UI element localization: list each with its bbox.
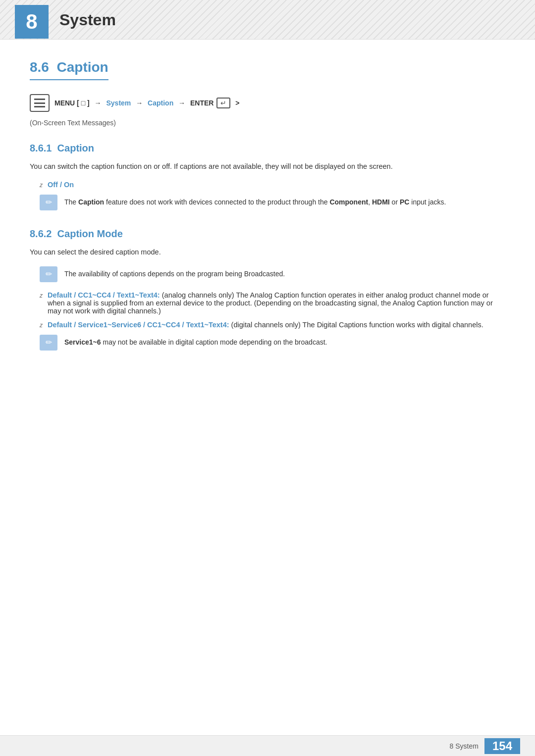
nav-arrow1: → [93, 99, 104, 107]
nav-arrow4: > [233, 99, 239, 107]
chapter-title: System [59, 10, 116, 29]
chapter-badge: 8 [15, 5, 49, 39]
note-box-2: The availability of captions depends on … [40, 266, 505, 282]
page-footer: 8 System 154 [0, 735, 535, 756]
bullet-analog: z Default / CC1~CC4 / Text1~Text4: (anal… [30, 291, 505, 315]
subsection1-title: 8.6.1 Caption [30, 143, 505, 154]
nav-arrow3: → [176, 99, 187, 107]
nav-system: System [107, 99, 131, 107]
subsection1-body: You can switch the caption function on o… [30, 161, 505, 173]
note-text-3: Service1~6 may not be available in digit… [64, 335, 327, 348]
note-caption-bold: Caption [78, 198, 104, 206]
main-content: 8.6 Caption MENU [ □ ] → System → Captio… [0, 40, 535, 408]
bullet-z-3: z [40, 322, 43, 329]
nav-bracket-close: ] [85, 99, 90, 107]
section-title: 8.6 Caption [30, 59, 108, 80]
page-header: 8 System [0, 0, 535, 40]
note-pc-bold: PC [400, 198, 409, 206]
note-icon-3 [40, 335, 57, 351]
nav-enter-label: ENTER [190, 99, 214, 107]
note-component-bold: Component [329, 198, 368, 206]
nav-menu-label: MENU [54, 99, 75, 107]
note-hdmi-bold: HDMI [372, 198, 390, 206]
nav-arrow2: → [134, 99, 145, 107]
enter-icon: ↵ [216, 98, 230, 108]
note-icon-1 [40, 195, 57, 210]
nav-bracket-placeholder: □ [81, 99, 85, 107]
note-text-2: The availability of captions depends on … [64, 266, 285, 279]
analog-label: Default / CC1~CC4 / Text1~Text4: [48, 291, 160, 299]
digital-text: (digital channels only) The Digital Capt… [231, 321, 483, 329]
nav-path: MENU [ □ ] → System → Caption → ENTER ↵ … [30, 94, 505, 112]
nav-bracket-open: [ [75, 99, 81, 107]
on-screen-label: (On-Screen Text Messages) [30, 119, 505, 127]
note-box-1: The Caption feature does not work with d… [40, 195, 505, 210]
subsection2-body: You can select the desired caption mode. [30, 247, 505, 258]
menu-icon-inner [34, 99, 45, 107]
bullet-off-on: z Off / On [30, 181, 505, 189]
nav-caption: Caption [148, 99, 173, 107]
digital-label: Default / Service1~Service6 / CC1~CC4 / … [48, 321, 229, 329]
bullet-digital: z Default / Service1~Service6 / CC1~CC4 … [30, 321, 505, 329]
subsection-8-6-1: 8.6.1 Caption You can switch the caption… [30, 143, 505, 210]
page-number: 154 [484, 738, 520, 754]
service-bold: Service1~6 [64, 338, 101, 346]
note-text-1: The Caption feature does not work with d… [64, 195, 446, 207]
footer-label: 8 System [450, 742, 479, 750]
analog-content: Default / CC1~CC4 / Text1~Text4: (analog… [48, 291, 505, 315]
subsection2-title: 8.6.2 Caption Mode [30, 228, 505, 240]
menu-icon [30, 94, 50, 112]
note-icon-2 [40, 266, 57, 282]
digital-content: Default / Service1~Service6 / CC1~CC4 / … [48, 321, 483, 329]
bullet-z-1: z [40, 182, 43, 189]
off-on-label: Off / On [48, 181, 74, 189]
note-box-3: Service1~6 may not be available in digit… [40, 335, 505, 351]
subsection-8-6-2: 8.6.2 Caption Mode You can select the de… [30, 228, 505, 351]
bullet-z-2: z [40, 292, 43, 299]
